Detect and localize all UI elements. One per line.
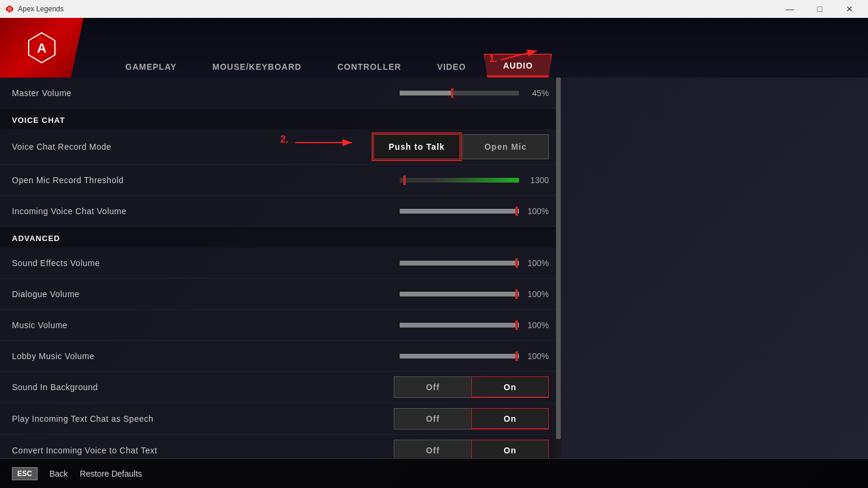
open-mic-threshold-thumb[interactable] — [403, 175, 406, 185]
incoming-voice-volume-control: 100% — [400, 206, 549, 216]
voice-chat-record-mode-control: Push to Talk Open Mic — [373, 134, 549, 159]
sound-in-background-off[interactable]: Off — [394, 376, 471, 398]
tab-controller[interactable]: CONTROLLER — [319, 56, 419, 78]
play-incoming-text-off[interactable]: Off — [394, 408, 471, 430]
push-to-talk-button[interactable]: Push to Talk — [373, 134, 460, 159]
lobby-music-volume-row: Lobby Music Volume 100% — [0, 341, 561, 372]
minimize-button[interactable]: — — [776, 0, 804, 18]
voice-chat-record-mode-label: Voice Chat Record Mode — [12, 142, 373, 152]
open-mic-threshold-control: 1300 — [400, 175, 549, 185]
sound-effects-volume-fill — [400, 261, 519, 265]
maximize-button[interactable]: □ — [806, 0, 833, 18]
advanced-section-header: ADVANCED — [0, 227, 561, 248]
music-volume-label: Music Volume — [12, 320, 400, 330]
app-icon — [5, 4, 14, 14]
convert-incoming-voice-control: Off On — [394, 440, 549, 458]
dialogue-volume-row: Dialogue Volume 100% — [0, 279, 561, 310]
tab-gameplay[interactable]: GAMEPLAY — [107, 56, 194, 78]
convert-incoming-voice-row: Convert Incoming Voice to Chat Text Off … — [0, 435, 561, 458]
sound-in-background-control: Off On — [394, 376, 549, 398]
sound-effects-volume-row: Sound Effects Volume 100% — [0, 248, 561, 279]
header: A GAMEPLAY MOUSE/KEYBOARD CONTROLLER VID… — [0, 18, 868, 78]
open-mic-threshold-fill — [400, 178, 519, 183]
play-incoming-text-label: Play Incoming Text Chat as Speech — [12, 414, 394, 424]
lobby-music-volume-control: 100% — [400, 351, 549, 361]
open-mic-threshold-track[interactable] — [400, 178, 519, 183]
title-bar-left: Apex Legends — [5, 4, 64, 14]
convert-incoming-voice-on[interactable]: On — [471, 440, 549, 458]
content-area: Master Volume 45% VOICE CHAT Voice Chat … — [0, 78, 868, 458]
master-volume-value: 45% — [525, 88, 549, 98]
dialogue-volume-label: Dialogue Volume — [12, 289, 400, 299]
master-volume-fill — [400, 91, 453, 95]
master-volume-label: Master Volume — [12, 88, 400, 98]
convert-incoming-voice-label: Convert Incoming Voice to Chat Text — [12, 446, 394, 455]
logo-area: A — [0, 18, 84, 78]
music-volume-row: Music Volume 100% — [0, 310, 561, 341]
restore-defaults-button[interactable]: Restore Defaults — [80, 469, 142, 478]
voice-chat-record-mode-row: Voice Chat Record Mode Push to Talk Open… — [0, 129, 561, 165]
lobby-music-volume-thumb[interactable] — [515, 351, 518, 361]
scrollbar-track — [556, 78, 561, 458]
master-volume-thumb[interactable] — [451, 88, 453, 98]
dialogue-volume-fill — [400, 292, 519, 296]
sound-effects-volume-label: Sound Effects Volume — [12, 258, 400, 268]
sound-in-background-label: Sound In Background — [12, 382, 394, 392]
sound-in-background-on[interactable]: On — [471, 376, 549, 398]
incoming-voice-volume-row: Incoming Voice Chat Volume 100% — [0, 196, 561, 227]
play-incoming-text-on[interactable]: On — [471, 408, 549, 430]
esc-badge: ESC — [12, 467, 38, 480]
title-bar: Apex Legends — □ ✕ — [0, 0, 868, 18]
right-panel — [561, 78, 868, 458]
sound-effects-volume-thumb[interactable] — [515, 258, 518, 268]
master-volume-track[interactable] — [400, 91, 519, 95]
sound-effects-volume-value: 100% — [525, 258, 549, 268]
lobby-music-volume-fill — [400, 354, 519, 359]
title-bar-controls: — □ ✕ — [776, 0, 863, 18]
lobby-music-volume-track[interactable] — [400, 354, 519, 359]
music-volume-value: 100% — [525, 320, 549, 330]
settings-panel: Master Volume 45% VOICE CHAT Voice Chat … — [0, 78, 561, 458]
tab-audio[interactable]: AUDIO — [484, 54, 552, 78]
nav-tabs: GAMEPLAY MOUSE/KEYBOARD CONTROLLER VIDEO… — [107, 18, 552, 78]
master-volume-control: 45% — [400, 88, 549, 98]
incoming-voice-volume-value: 100% — [525, 206, 549, 216]
incoming-voice-volume-thumb[interactable] — [515, 206, 518, 216]
play-incoming-text-control: Off On — [394, 408, 549, 430]
open-mic-threshold-row: Open Mic Record Threshold 1300 — [0, 165, 561, 196]
main-window: A GAMEPLAY MOUSE/KEYBOARD CONTROLLER VID… — [0, 18, 868, 488]
sound-effects-volume-control: 100% — [400, 258, 549, 268]
bottom-bar: ESC Back Restore Defaults — [0, 458, 868, 488]
tab-mouse-keyboard[interactable]: MOUSE/KEYBOARD — [194, 56, 319, 78]
lobby-music-volume-value: 100% — [525, 351, 549, 361]
sound-effects-volume-track[interactable] — [400, 261, 519, 265]
convert-incoming-voice-off[interactable]: Off — [394, 440, 471, 458]
play-incoming-text-row: Play Incoming Text Chat as Speech Off On — [0, 403, 561, 435]
apex-logo: A — [24, 30, 60, 66]
voice-chat-section-header: VOICE CHAT — [0, 109, 561, 129]
dialogue-volume-track[interactable] — [400, 292, 519, 296]
open-mic-threshold-label: Open Mic Record Threshold — [12, 175, 400, 185]
music-volume-thumb[interactable] — [515, 320, 518, 330]
lobby-music-volume-label: Lobby Music Volume — [12, 351, 400, 361]
scrollbar-thumb[interactable] — [556, 78, 561, 439]
incoming-voice-volume-track[interactable] — [400, 209, 519, 214]
svg-text:A: A — [37, 41, 47, 55]
dialogue-volume-control: 100% — [400, 289, 549, 299]
app-title: Apex Legends — [18, 5, 64, 13]
dialogue-volume-value: 100% — [525, 289, 549, 299]
close-button[interactable]: ✕ — [836, 0, 863, 18]
music-volume-track[interactable] — [400, 323, 519, 328]
incoming-voice-volume-fill — [400, 209, 519, 214]
music-volume-fill — [400, 323, 519, 328]
master-volume-row: Master Volume 45% — [0, 78, 561, 109]
open-mic-threshold-value: 1300 — [525, 175, 549, 185]
music-volume-control: 100% — [400, 320, 549, 330]
back-label[interactable]: Back — [50, 469, 68, 478]
dialogue-volume-thumb[interactable] — [515, 289, 518, 299]
incoming-voice-volume-label: Incoming Voice Chat Volume — [12, 206, 400, 216]
tab-video[interactable]: VIDEO — [419, 56, 484, 78]
open-mic-button[interactable]: Open Mic — [462, 134, 549, 159]
sound-in-background-row: Sound In Background Off On — [0, 372, 561, 403]
